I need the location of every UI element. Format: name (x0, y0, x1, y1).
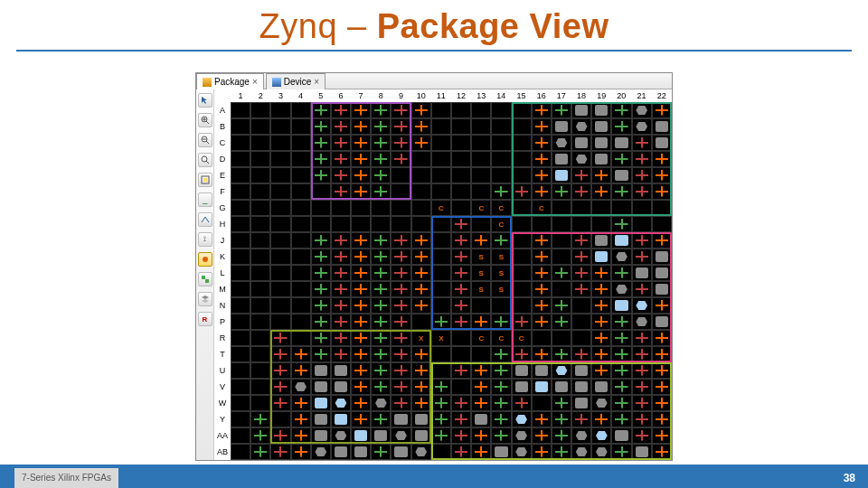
pin-V-5[interactable] (311, 379, 331, 395)
pin-E-7[interactable] (351, 167, 371, 183)
pin-N-8[interactable] (371, 297, 391, 314)
pin-AB-7[interactable] (351, 444, 371, 460)
close-icon[interactable]: × (314, 77, 319, 87)
pin-V-20[interactable] (611, 379, 631, 395)
pin-U-11[interactable] (431, 362, 451, 379)
pin-H-21[interactable] (632, 216, 652, 232)
pin-P-7[interactable] (351, 314, 371, 330)
pin-K-5[interactable] (311, 249, 331, 265)
pin-R-7[interactable] (351, 330, 371, 346)
pin-P-6[interactable] (331, 314, 351, 330)
close-icon[interactable]: × (252, 77, 258, 87)
pin-K-2[interactable] (250, 249, 270, 265)
pin-L-15[interactable] (512, 265, 532, 281)
pin-L-18[interactable] (571, 265, 591, 281)
pin-G-6[interactable] (331, 200, 351, 216)
pin-U-13[interactable] (471, 362, 491, 379)
pin-R-9[interactable] (391, 330, 410, 346)
pin-A-21[interactable] (632, 102, 652, 118)
pin-R-12[interactable] (451, 330, 471, 346)
pin-R-21[interactable] (632, 330, 652, 346)
pin-J-8[interactable] (371, 232, 391, 249)
pin-AA-9[interactable] (391, 427, 410, 444)
pin-G-4[interactable] (291, 200, 311, 216)
pin-E-22[interactable] (652, 167, 672, 183)
pin-G-16[interactable]: C (532, 200, 552, 216)
pin-H-12[interactable] (451, 216, 471, 232)
pin-K-7[interactable] (351, 249, 371, 265)
pin-M-1[interactable] (231, 281, 250, 297)
selection-arrow-icon[interactable] (198, 93, 212, 108)
pin-F-9[interactable] (391, 183, 410, 200)
pin-N-10[interactable] (411, 297, 431, 314)
pin-L-2[interactable] (250, 265, 270, 281)
pin-A-13[interactable] (471, 102, 491, 118)
pin-D-20[interactable] (611, 151, 631, 167)
pin-G-14[interactable]: C (491, 200, 511, 216)
pin-C-14[interactable] (491, 135, 511, 151)
pin-grid[interactable]: CCCCCSSSSSSXXCCC (231, 102, 672, 460)
pin-B-14[interactable] (491, 118, 511, 135)
pin-U-9[interactable] (391, 362, 410, 379)
pin-J-15[interactable] (512, 232, 532, 249)
pin-P-8[interactable] (371, 314, 391, 330)
pin-L-16[interactable] (532, 265, 552, 281)
pin-M-19[interactable] (591, 281, 611, 297)
pin-B-20[interactable] (611, 118, 631, 135)
pin-Y-1[interactable] (231, 411, 250, 427)
pin-D-4[interactable] (291, 151, 311, 167)
pin-D-5[interactable] (311, 151, 331, 167)
pin-C-4[interactable] (291, 135, 311, 151)
pin-L-12[interactable] (451, 265, 471, 281)
pin-V-22[interactable] (652, 379, 672, 395)
pin-W-11[interactable] (431, 395, 451, 411)
pin-J-18[interactable] (571, 232, 591, 249)
pin-M-14[interactable]: S (491, 281, 511, 297)
pin-N-5[interactable] (311, 297, 331, 314)
pin-D-18[interactable] (571, 151, 591, 167)
pin-T-12[interactable] (451, 346, 471, 362)
pin-W-7[interactable] (351, 395, 371, 411)
pin-W-3[interactable] (270, 395, 290, 411)
pin-P-1[interactable] (231, 314, 250, 330)
pin-K-17[interactable] (552, 249, 571, 265)
pin-F-16[interactable] (532, 183, 552, 200)
pin-L-9[interactable] (391, 265, 410, 281)
pin-J-1[interactable] (231, 232, 250, 249)
pin-F-7[interactable] (351, 183, 371, 200)
pin-R-6[interactable] (331, 330, 351, 346)
pin-N-12[interactable] (451, 297, 471, 314)
pin-F-13[interactable] (471, 183, 491, 200)
pin-H-7[interactable] (351, 216, 371, 232)
pin-Y-17[interactable] (552, 411, 571, 427)
pin-H-5[interactable] (311, 216, 331, 232)
pin-AB-3[interactable] (270, 444, 290, 460)
pin-R-13[interactable]: C (471, 330, 491, 346)
pin-M-11[interactable] (431, 281, 451, 297)
pin-L-13[interactable]: S (471, 265, 491, 281)
pin-H-1[interactable] (231, 216, 250, 232)
pin-K-1[interactable] (231, 249, 250, 265)
pin-AA-4[interactable] (291, 427, 311, 444)
pin-AA-8[interactable] (371, 427, 391, 444)
pin-A-19[interactable] (591, 102, 611, 118)
pin-L-21[interactable] (632, 265, 652, 281)
pin-A-7[interactable] (351, 102, 371, 118)
pin-P-17[interactable] (552, 314, 571, 330)
pin-J-14[interactable] (491, 232, 511, 249)
pin-F-4[interactable] (291, 183, 311, 200)
pin-F-12[interactable] (451, 183, 471, 200)
pin-E-10[interactable] (411, 167, 431, 183)
pin-V-8[interactable] (371, 379, 391, 395)
pin-AB-11[interactable] (431, 444, 451, 460)
pin-J-22[interactable] (652, 232, 672, 249)
pin-D-16[interactable] (532, 151, 552, 167)
pin-G-19[interactable] (591, 200, 611, 216)
pin-A-12[interactable] (451, 102, 471, 118)
pin-L-1[interactable] (231, 265, 250, 281)
pin-T-20[interactable] (611, 346, 631, 362)
pin-K-6[interactable] (331, 249, 351, 265)
pin-U-8[interactable] (371, 362, 391, 379)
pin-W-2[interactable] (250, 395, 270, 411)
pin-W-14[interactable] (491, 395, 511, 411)
